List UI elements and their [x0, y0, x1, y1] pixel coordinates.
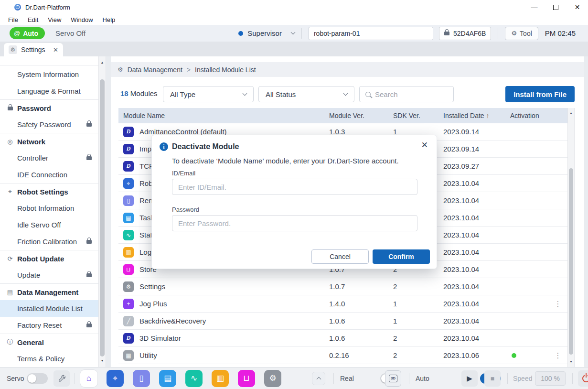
minimize-button[interactable]: — [524, 0, 545, 14]
sidebar-item-friction-calibration[interactable]: Friction Calibration [0, 233, 98, 250]
refresh-icon: ⟳ [5, 255, 15, 262]
sidebar-item-language-format[interactable]: Language & Format [0, 83, 98, 99]
stop-button[interactable]: ■ [484, 370, 501, 387]
sidebar-item-controller[interactable]: Controller [0, 150, 98, 166]
sidebar-item-robot-update[interactable]: ⟳Robot Update [0, 250, 98, 267]
sidebar-item-general[interactable]: ⓘGeneral [0, 334, 98, 350]
3d-view-button[interactable]: 3D [385, 370, 401, 387]
sidebar-item-password[interactable]: Password [0, 99, 98, 116]
breadcrumb-section[interactable]: Data Management [128, 66, 182, 74]
module-row-3d-simulator[interactable]: D3D Simulator1.0.622023.10.04 [118, 330, 567, 347]
list-controls: 18 Modules All Type All Status Install f… [111, 86, 584, 102]
type-filter-select[interactable]: All Type [163, 86, 254, 102]
dock-robot-icon[interactable]: ⌖ [107, 370, 124, 387]
pulse-glyph: ∿ [191, 373, 197, 383]
confirm-button[interactable]: Confirm [373, 249, 430, 264]
module-row-utility[interactable]: ▦Utility0.2.1622023.10.06⋮ [118, 347, 567, 364]
scrollbar-thumb[interactable] [569, 168, 573, 355]
title-bar: Dr.Dart-Platform — ✕ [0, 0, 588, 14]
role-selector[interactable]: Supervisor [238, 29, 282, 37]
auto-mode-badge[interactable]: @Auto [10, 27, 45, 39]
search-box[interactable] [359, 86, 454, 102]
dialog-close-icon[interactable]: ✕ [421, 141, 428, 149]
maximize-button[interactable] [545, 0, 567, 14]
store-glyph: ⊔ [243, 373, 249, 383]
menu-view[interactable]: View [43, 16, 66, 23]
sidebar-item-idle-servo-off[interactable]: Idle Servo Off [0, 216, 98, 233]
dock-logs-icon[interactable]: ▥ [212, 370, 229, 387]
search-input[interactable] [375, 90, 448, 98]
menu-window[interactable]: Window [66, 16, 97, 23]
id-email-input[interactable] [172, 179, 417, 195]
chevron-down-icon[interactable] [291, 30, 296, 35]
divider [301, 28, 302, 39]
sidebar-item-factory-reset[interactable]: Factory Reset [0, 317, 98, 334]
lock-icon [86, 240, 92, 244]
row-menu-icon[interactable]: ⋮ [555, 300, 562, 308]
cancel-button[interactable]: Cancel [311, 249, 369, 264]
dock-store-icon[interactable]: ⊔ [238, 370, 255, 387]
sidebar-item-network[interactable]: ◎Network [0, 133, 98, 150]
menu-edit[interactable]: Edit [23, 16, 43, 23]
settings-glyph: ⚙ [269, 373, 276, 383]
dock-settings-icon[interactable]: ⚙ [264, 370, 281, 387]
dock-home-icon[interactable]: ⌂ [80, 370, 97, 387]
sdk-version: 2 [393, 351, 443, 359]
robot-id-box[interactable]: 52D4AF6B [439, 27, 491, 40]
menu-help[interactable]: Help [98, 16, 120, 23]
sidebar-scrollbar[interactable]: ▲ ▼ [98, 56, 106, 367]
sidebar-item-data-management[interactable]: ▤Data Management [0, 283, 98, 300]
sidebar-item-installed-module-list[interactable]: Installed Module List [0, 300, 98, 317]
scrollbar-thumb[interactable] [100, 79, 105, 357]
module-row-settings[interactable]: ⚙Settings1.0.722023.10.04 [118, 278, 567, 295]
sidebar-item-system-information[interactable]: System Information [0, 66, 98, 83]
module-row-jog-plus[interactable]: +Jog Plus1.4.012023.10.04⋮ [118, 295, 567, 313]
status-filter-select[interactable]: All Status [258, 86, 354, 102]
install-from-file-button[interactable]: Install from File [505, 86, 575, 102]
module-name-cell: ▦Utility [118, 350, 329, 361]
sidebar-item-ide-connection[interactable]: IDE Connection [0, 166, 98, 183]
tab-close-icon[interactable]: ✕ [53, 46, 58, 54]
sidebar-item-label: Controller [17, 154, 48, 162]
installed-date: 2023.10.04 [443, 300, 510, 308]
tab-settings[interactable]: ⚙ Settings ✕ [4, 43, 63, 56]
menu-file[interactable]: File [3, 16, 23, 23]
sidebar-item-update[interactable]: Update [0, 267, 98, 283]
scroll-down-icon[interactable]: ▼ [568, 358, 574, 365]
servo-status-text: Servo Off [55, 29, 86, 37]
servo-toggle[interactable] [27, 373, 48, 384]
tool-button[interactable]: ⚙ Tool [505, 27, 538, 40]
sidebar-item-label: Terms & Policy [17, 355, 64, 363]
column-header-installed-date[interactable]: Installed Date ↑ [443, 112, 510, 119]
module-count-number: 18 [120, 89, 128, 97]
scroll-up-icon[interactable]: ▲ [568, 110, 574, 117]
breadcrumb-separator: > [187, 66, 191, 74]
password-input[interactable] [172, 215, 417, 231]
table-scrollbar[interactable]: ▲ ▼ [567, 108, 575, 367]
row-menu-icon[interactable]: ⋮ [555, 351, 562, 359]
module-version: 1.0.7 [329, 282, 393, 291]
dock-task-icon[interactable]: ▤ [159, 370, 176, 387]
installed-date: 2023.09.14 [443, 145, 510, 153]
breadcrumb: ⚙ Data Management > Installed Module Lis… [111, 62, 584, 77]
power-button[interactable] [578, 370, 588, 387]
remote-glyph: ▯ [139, 373, 143, 383]
divider [498, 28, 498, 39]
divider [572, 373, 573, 384]
sidebar-item-safety-password[interactable]: Safety Password [0, 116, 98, 133]
sidebar-item-robot-settings[interactable]: ⌖Robot Settings [0, 183, 98, 200]
collapse-button[interactable] [312, 372, 325, 385]
dock-pulse-icon[interactable]: ∿ [185, 370, 203, 387]
close-button[interactable]: ✕ [567, 0, 588, 14]
sidebar-item-robot-information[interactable]: Robot Information [0, 200, 98, 216]
activation-cell [510, 353, 548, 358]
scroll-down-icon[interactable]: ▼ [99, 357, 106, 364]
module-row-backdrive-recovery[interactable]: ╱Backdrive&Recovery1.0.612023.10.04 [118, 313, 567, 330]
sidebar-item-terms-policy[interactable]: Terms & Policy [0, 350, 98, 367]
scroll-up-icon[interactable]: ▲ [99, 59, 106, 66]
play-button[interactable]: ▶ [461, 370, 478, 387]
wrench-button[interactable] [53, 370, 70, 387]
sidebar-item-label: Factory Reset [17, 321, 62, 329]
dock-remote-icon[interactable]: ▯ [133, 370, 150, 387]
robot-param-input[interactable] [309, 27, 433, 40]
